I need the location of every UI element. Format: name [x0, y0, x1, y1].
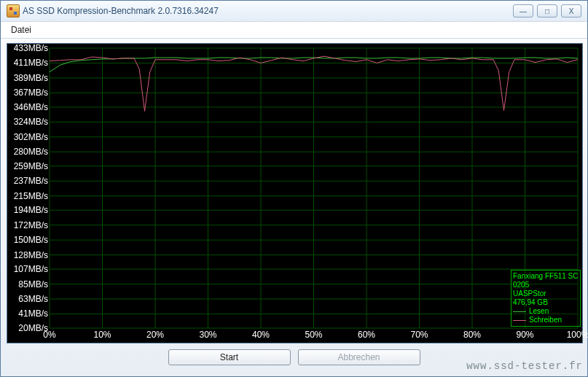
legend-firmware: 0205 — [513, 281, 579, 289]
x-tick-label: 40% — [252, 330, 270, 340]
y-tick-label: 41MB/s — [18, 308, 48, 319]
x-tick-label: 20% — [146, 330, 164, 340]
close-button[interactable]: X — [561, 4, 581, 18]
y-tick-label: 280MB/s — [14, 147, 48, 157]
chart-svg — [7, 44, 582, 343]
watermark: www.ssd-tester.fr — [466, 360, 583, 372]
y-tick-label: 302MB/s — [14, 132, 48, 142]
x-tick-label: 30% — [199, 330, 216, 340]
y-tick-label: 194MB/s — [14, 205, 48, 215]
y-tick-label: 215MB/s — [14, 191, 48, 201]
legend-read-swatch — [513, 311, 526, 312]
legend-read-row: Lesen — [513, 307, 579, 316]
legend-write-row: Schreiben — [513, 316, 579, 324]
x-tick-label: 10% — [93, 330, 111, 340]
y-tick-label: 237MB/s — [14, 176, 48, 186]
x-tick-label: 90% — [516, 330, 533, 340]
y-tick-label: 259MB/s — [14, 161, 48, 171]
y-tick-label: 389MB/s — [14, 73, 48, 83]
legend-write-label: Schreiben — [529, 316, 562, 324]
x-tick-label: 70% — [410, 330, 428, 340]
x-tick-label: 50% — [305, 330, 322, 340]
start-button[interactable]: Start — [168, 349, 291, 365]
minimize-button[interactable]: — — [513, 4, 533, 18]
menubar: Datei — [1, 21, 587, 39]
x-tick-label: 80% — [463, 330, 481, 340]
menu-file[interactable]: Datei — [7, 23, 36, 36]
y-tick-label: 150MB/s — [14, 235, 48, 245]
chart-area: Fanxiang FF511 SC 0205 UASPStor 476,94 G… — [7, 43, 583, 343]
y-tick-label: 433MB/s — [14, 43, 48, 53]
legend-box: Fanxiang FF511 SC 0205 UASPStor 476,94 G… — [511, 270, 581, 327]
window-title: AS SSD Kompression-Benchmark 2.0.7316.34… — [23, 6, 513, 16]
legend-capacity: 476,94 GB — [513, 298, 579, 307]
y-tick-label: 107MB/s — [14, 264, 48, 274]
titlebar: AS SSD Kompression-Benchmark 2.0.7316.34… — [1, 1, 587, 21]
cancel-button[interactable]: Abbrechen — [298, 349, 420, 365]
app-icon — [7, 4, 20, 18]
y-tick-label: 367MB/s — [14, 88, 48, 98]
y-tick-label: 128MB/s — [14, 250, 48, 260]
window-buttons: — □ X — [513, 4, 584, 18]
window-body: Fanxiang FF511 SC 0205 UASPStor 476,94 G… — [1, 39, 587, 371]
y-tick-label: 63MB/s — [18, 294, 48, 304]
legend-read-label: Lesen — [529, 307, 549, 316]
y-tick-label: 324MB/s — [14, 117, 48, 127]
legend-driver: UASPStor — [513, 289, 579, 298]
x-tick-label: 60% — [358, 330, 375, 340]
x-tick-label: 0% — [43, 330, 55, 340]
maximize-button[interactable]: □ — [537, 4, 557, 18]
x-tick-label: 100% — [567, 330, 588, 340]
legend-device: Fanxiang FF511 SC — [513, 272, 579, 281]
y-tick-label: 411MB/s — [14, 58, 48, 68]
app-window: AS SSD Kompression-Benchmark 2.0.7316.34… — [0, 0, 588, 377]
legend-write-swatch — [513, 320, 526, 321]
y-tick-label: 346MB/s — [14, 102, 48, 112]
y-tick-label: 172MB/s — [14, 220, 48, 230]
y-tick-label: 85MB/s — [18, 279, 48, 289]
